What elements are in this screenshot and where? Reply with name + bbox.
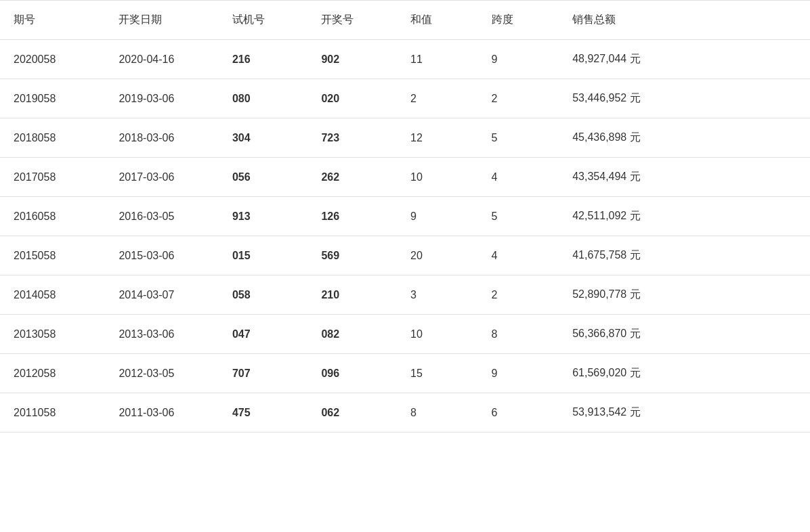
- cell-hezhi: 8: [397, 393, 478, 433]
- cell-date: 2017-03-06: [105, 158, 218, 197]
- cell-kaijang: 096: [307, 354, 397, 393]
- cell-kaijang: 082: [307, 315, 397, 354]
- cell-shiji: 475: [219, 393, 308, 433]
- cell-kuadu: 5: [478, 197, 559, 236]
- cell-qihao: 2012058: [0, 354, 105, 393]
- cell-kuadu: 4: [478, 236, 559, 275]
- cell-sales: 53,446,952 元: [559, 79, 810, 118]
- table-row: 20180582018-03-0630472312545,436,898 元: [0, 118, 810, 158]
- cell-date: 2018-03-06: [105, 118, 218, 158]
- cell-kuadu: 6: [478, 393, 559, 433]
- cell-shiji: 015: [219, 236, 308, 275]
- cell-hezhi: 9: [397, 197, 478, 236]
- cell-qihao: 2016058: [0, 197, 105, 236]
- cell-date: 2015-03-06: [105, 236, 218, 275]
- cell-qihao: 2011058: [0, 393, 105, 433]
- cell-date: 2020-04-16: [105, 40, 218, 79]
- cell-sales: 52,890,778 元: [559, 275, 810, 315]
- cell-kuadu: 2: [478, 79, 559, 118]
- cell-sales: 56,366,870 元: [559, 315, 810, 354]
- cell-hezhi: 3: [397, 275, 478, 315]
- cell-hezhi: 15: [397, 354, 478, 393]
- table-row: 20140582014-03-070582103252,890,778 元: [0, 275, 810, 315]
- cell-kuadu: 8: [478, 315, 559, 354]
- cell-hezhi: 12: [397, 118, 478, 158]
- header-kaijang: 开奖号: [307, 1, 397, 40]
- lottery-table-container: 期号 开奖日期 试机号 开奖号 和值 跨度 销售总额 20200582020-0…: [0, 0, 810, 433]
- cell-sales: 61,569,020 元: [559, 354, 810, 393]
- cell-hezhi: 20: [397, 236, 478, 275]
- cell-shiji: 056: [219, 158, 308, 197]
- table-header-row: 期号 开奖日期 试机号 开奖号 和值 跨度 销售总额: [0, 1, 810, 40]
- table-row: 20110582011-03-064750628653,913,542 元: [0, 393, 810, 433]
- lottery-table: 期号 开奖日期 试机号 开奖号 和值 跨度 销售总额 20200582020-0…: [0, 0, 810, 433]
- cell-kuadu: 9: [478, 354, 559, 393]
- cell-sales: 48,927,044 元: [559, 40, 810, 79]
- table-row: 20190582019-03-060800202253,446,952 元: [0, 79, 810, 118]
- cell-hezhi: 11: [397, 40, 478, 79]
- cell-shiji: 913: [219, 197, 308, 236]
- cell-kuadu: 9: [478, 40, 559, 79]
- header-kuadu: 跨度: [478, 1, 559, 40]
- cell-kuadu: 5: [478, 118, 559, 158]
- header-hezhi: 和值: [397, 1, 478, 40]
- cell-hezhi: 2: [397, 79, 478, 118]
- cell-date: 2014-03-07: [105, 275, 218, 315]
- cell-kaijang: 020: [307, 79, 397, 118]
- cell-sales: 53,913,542 元: [559, 393, 810, 433]
- header-date: 开奖日期: [105, 1, 218, 40]
- cell-kuadu: 2: [478, 275, 559, 315]
- cell-shiji: 216: [219, 40, 308, 79]
- cell-date: 2013-03-06: [105, 315, 218, 354]
- header-shiji: 试机号: [219, 1, 308, 40]
- cell-sales: 45,436,898 元: [559, 118, 810, 158]
- cell-qihao: 2020058: [0, 40, 105, 79]
- cell-kuadu: 4: [478, 158, 559, 197]
- cell-kaijang: 569: [307, 236, 397, 275]
- header-qihao: 期号: [0, 1, 105, 40]
- table-row: 20160582016-03-059131269542,511,092 元: [0, 197, 810, 236]
- cell-qihao: 2019058: [0, 79, 105, 118]
- cell-sales: 42,511,092 元: [559, 197, 810, 236]
- cell-date: 2012-03-05: [105, 354, 218, 393]
- header-sales: 销售总额: [559, 1, 810, 40]
- cell-hezhi: 10: [397, 158, 478, 197]
- cell-date: 2016-03-05: [105, 197, 218, 236]
- cell-qihao: 2018058: [0, 118, 105, 158]
- cell-kaijang: 126: [307, 197, 397, 236]
- cell-kaijang: 723: [307, 118, 397, 158]
- cell-kaijang: 062: [307, 393, 397, 433]
- table-row: 20120582012-03-0570709615961,569,020 元: [0, 354, 810, 393]
- table-row: 20130582013-03-0604708210856,366,870 元: [0, 315, 810, 354]
- cell-qihao: 2017058: [0, 158, 105, 197]
- cell-sales: 43,354,494 元: [559, 158, 810, 197]
- cell-hezhi: 10: [397, 315, 478, 354]
- cell-kaijang: 262: [307, 158, 397, 197]
- cell-date: 2019-03-06: [105, 79, 218, 118]
- table-row: 20170582017-03-0605626210443,354,494 元: [0, 158, 810, 197]
- cell-date: 2011-03-06: [105, 393, 218, 433]
- cell-shiji: 047: [219, 315, 308, 354]
- table-row: 20200582020-04-1621690211948,927,044 元: [0, 40, 810, 79]
- cell-qihao: 2014058: [0, 275, 105, 315]
- cell-kaijang: 902: [307, 40, 397, 79]
- cell-shiji: 058: [219, 275, 308, 315]
- cell-shiji: 304: [219, 118, 308, 158]
- cell-qihao: 2013058: [0, 315, 105, 354]
- cell-shiji: 707: [219, 354, 308, 393]
- cell-qihao: 2015058: [0, 236, 105, 275]
- cell-kaijang: 210: [307, 275, 397, 315]
- table-row: 20150582015-03-0601556920441,675,758 元: [0, 236, 810, 275]
- cell-shiji: 080: [219, 79, 308, 118]
- cell-sales: 41,675,758 元: [559, 236, 810, 275]
